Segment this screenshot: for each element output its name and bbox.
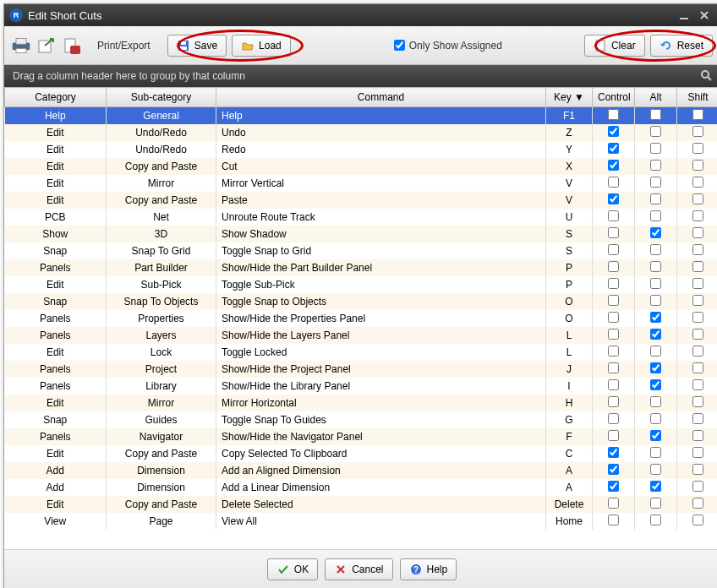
cell-alt[interactable] — [635, 496, 677, 513]
cell-subcategory[interactable]: Copy and Paste — [107, 445, 216, 462]
cell-alt[interactable] — [635, 310, 677, 327]
cell-ctrl[interactable] — [593, 327, 635, 344]
cell-command[interactable]: Add an Aligned Dimension — [216, 462, 546, 479]
cell-alt[interactable] — [635, 513, 677, 530]
cell-shift[interactable] — [677, 411, 718, 428]
cell-subcategory[interactable]: Copy and Paste — [107, 496, 216, 513]
cell-ctrl[interactable] — [593, 276, 635, 293]
cell-category[interactable]: Show — [5, 226, 107, 242]
save-button[interactable]: Save — [167, 35, 227, 57]
cell-shift[interactable] — [677, 276, 718, 293]
cell-command[interactable]: Cut — [216, 158, 546, 175]
cell-key[interactable]: A — [546, 479, 593, 496]
cell-key[interactable]: P — [546, 276, 593, 293]
cell-subcategory[interactable]: Properties — [107, 310, 216, 327]
cell-shift[interactable] — [677, 428, 718, 445]
cell-key[interactable]: A — [546, 462, 593, 479]
cell-key[interactable]: G — [546, 411, 593, 428]
cell-category[interactable]: Edit — [5, 496, 107, 513]
table-row[interactable]: HelpGeneralHelpF1 — [5, 107, 718, 125]
cell-command[interactable]: Mirror Horizontal — [216, 395, 546, 411]
cell-command[interactable]: Toggle Locked — [216, 344, 546, 361]
cell-key[interactable]: S — [546, 226, 593, 242]
cell-subcategory[interactable]: Guides — [107, 411, 216, 428]
cell-category[interactable]: Edit — [5, 395, 107, 411]
col-header-key[interactable]: Key ▼ — [546, 88, 593, 107]
cell-alt[interactable] — [635, 361, 677, 378]
cell-category[interactable]: PCB — [5, 209, 107, 226]
table-row[interactable]: SnapSnap To GridToggle Snap to GridS — [5, 242, 718, 259]
cell-command[interactable]: Undo — [216, 124, 546, 141]
cell-shift[interactable] — [677, 462, 718, 479]
cell-category[interactable]: Edit — [5, 141, 107, 158]
cell-key[interactable]: J — [546, 361, 593, 378]
cell-subcategory[interactable]: Undo/Redo — [107, 124, 216, 141]
cell-key[interactable]: O — [546, 310, 593, 327]
cell-key[interactable]: C — [546, 445, 593, 462]
cell-ctrl[interactable] — [593, 513, 635, 530]
cell-alt[interactable] — [635, 445, 677, 462]
table-row[interactable]: EditSub-PickToggle Sub-PickP — [5, 276, 718, 293]
cell-category[interactable]: Edit — [5, 158, 107, 175]
cell-subcategory[interactable]: Part Builder — [107, 259, 216, 276]
cell-shift[interactable] — [677, 378, 718, 395]
cell-subcategory[interactable]: Library — [107, 378, 216, 395]
cell-command[interactable]: Show/Hide the Properties Panel — [216, 310, 546, 327]
cell-subcategory[interactable]: Sub-Pick — [107, 276, 216, 293]
cell-subcategory[interactable]: Undo/Redo — [107, 141, 216, 158]
cell-command[interactable]: Redo — [216, 141, 546, 158]
cell-command[interactable]: Show/Hide the Part Builder Panel — [216, 259, 546, 276]
cell-ctrl[interactable] — [593, 124, 635, 141]
col-header-shift[interactable]: Shift — [677, 88, 718, 107]
cell-ctrl[interactable] — [593, 344, 635, 361]
print-icon[interactable] — [11, 35, 31, 56]
group-by-hint-bar[interactable]: Drag a column header here to group by th… — [4, 65, 717, 87]
cell-category[interactable]: Snap — [5, 293, 107, 310]
cell-category[interactable]: Panels — [5, 327, 107, 344]
cell-category[interactable]: Panels — [5, 310, 107, 327]
table-row[interactable]: PanelsPropertiesShow/Hide the Properties… — [5, 310, 718, 327]
table-row[interactable]: AddDimensionAdd a Linear DimensionA — [5, 479, 718, 496]
cell-key[interactable]: S — [546, 242, 593, 259]
cell-command[interactable]: Paste — [216, 192, 546, 209]
cell-key[interactable]: Home — [546, 513, 593, 530]
cell-shift[interactable] — [677, 124, 718, 141]
cell-command[interactable]: View All — [216, 513, 546, 530]
cell-shift[interactable] — [677, 293, 718, 310]
cell-alt[interactable] — [635, 344, 677, 361]
cell-ctrl[interactable] — [593, 107, 635, 125]
cell-subcategory[interactable]: Snap To Grid — [107, 242, 216, 259]
cell-alt[interactable] — [635, 192, 677, 209]
cell-ctrl[interactable] — [593, 411, 635, 428]
cell-shift[interactable] — [677, 445, 718, 462]
cell-shift[interactable] — [677, 226, 718, 242]
cell-shift[interactable] — [677, 107, 718, 125]
table-row[interactable]: Show3DShow ShadowS — [5, 226, 718, 242]
cell-subcategory[interactable]: General — [107, 107, 216, 125]
col-header-control[interactable]: Control — [593, 88, 635, 107]
table-row[interactable]: EditCopy and PasteCutX — [5, 158, 718, 175]
help-button[interactable]: ? Help — [400, 558, 457, 580]
cell-subcategory[interactable]: Dimension — [107, 462, 216, 479]
cell-alt[interactable] — [635, 141, 677, 158]
table-row[interactable]: EditUndo/RedoRedoY — [5, 141, 718, 158]
cell-key[interactable]: H — [546, 395, 593, 411]
cell-subcategory[interactable]: Project — [107, 361, 216, 378]
cell-subcategory[interactable]: Snap To Objects — [107, 293, 216, 310]
cell-ctrl[interactable] — [593, 141, 635, 158]
cell-alt[interactable] — [635, 411, 677, 428]
cell-category[interactable]: Panels — [5, 361, 107, 378]
cell-category[interactable]: Panels — [5, 378, 107, 395]
ok-button[interactable]: OK — [267, 558, 318, 580]
cell-shift[interactable] — [677, 361, 718, 378]
cell-category[interactable]: Snap — [5, 411, 107, 428]
cell-alt[interactable] — [635, 293, 677, 310]
cell-key[interactable]: U — [546, 209, 593, 226]
cell-category[interactable]: Add — [5, 462, 107, 479]
cell-ctrl[interactable] — [593, 209, 635, 226]
cell-shift[interactable] — [677, 496, 718, 513]
cell-shift[interactable] — [677, 327, 718, 344]
cell-subcategory[interactable]: Mirror — [107, 395, 216, 411]
cell-category[interactable]: Add — [5, 479, 107, 496]
cell-command[interactable]: Show Shadow — [216, 226, 546, 242]
